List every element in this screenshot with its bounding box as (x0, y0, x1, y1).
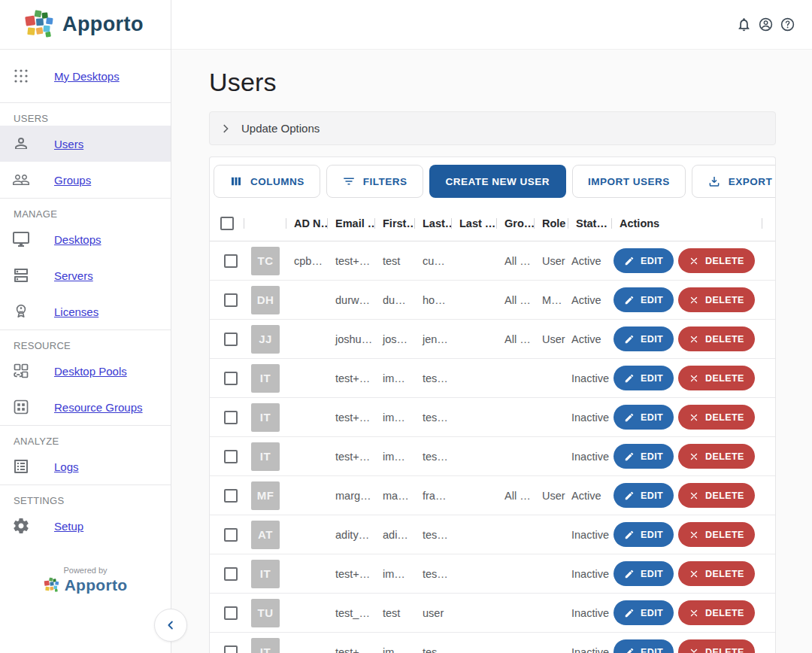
edit-button[interactable]: EDIT (614, 405, 674, 430)
grid-dots-icon (12, 67, 30, 85)
sidebar-group: My Desktops (0, 50, 171, 102)
cell-ad-name: cpb… (286, 255, 328, 267)
delete-button[interactable]: DELETE (678, 639, 755, 653)
row-checkbox[interactable] (224, 567, 238, 581)
column-header-gro[interactable]: Gro… (497, 205, 535, 241)
row-checkbox[interactable] (224, 645, 238, 653)
close-icon (689, 647, 699, 653)
sidebar-item-label: Users (54, 138, 83, 150)
user-avatar: TC (251, 247, 280, 275)
edit-button-label: EDIT (641, 491, 663, 501)
row-checkbox[interactable] (224, 450, 238, 463)
sidebar-collapse-button[interactable] (154, 609, 187, 642)
sidebar-item-users[interactable]: Users (0, 126, 171, 162)
import-users-button[interactable]: IMPORT USERS (572, 165, 686, 198)
delete-button[interactable]: DELETE (678, 287, 755, 312)
column-header-stat[interactable]: Stat… (568, 205, 612, 241)
export-button[interactable]: EXPORT (692, 165, 776, 198)
delete-button[interactable]: DELETE (678, 248, 755, 273)
column-header-actions[interactable]: Actions (612, 205, 762, 241)
filter-icon (342, 175, 356, 188)
sidebar-section-label-manage: MANAGE (0, 199, 171, 221)
app-root: Apporto My DesktopsUSERSUsersGroupsMANAG… (0, 0, 812, 653)
select-all-checkbox[interactable] (220, 217, 234, 230)
row-checkbox[interactable] (224, 411, 238, 424)
help-icon[interactable] (780, 17, 795, 32)
sidebar-item-desktop-pools[interactable]: Desktop Pools (0, 353, 171, 389)
sidebar-item-servers[interactable]: Servers (0, 257, 171, 293)
column-header-last-[interactable]: Last … (452, 205, 497, 241)
row-checkbox[interactable] (224, 528, 238, 542)
column-header-email-[interactable]: Email … (328, 205, 375, 241)
sidebar-item-label: Desktops (54, 233, 102, 246)
column-header-first[interactable]: First… (375, 205, 415, 241)
edit-button[interactable]: EDIT (614, 248, 674, 273)
account-circle-icon[interactable] (758, 17, 774, 32)
row-select-cell (210, 489, 244, 503)
row-checkbox[interactable] (224, 489, 238, 503)
user-avatar: TU (251, 599, 280, 627)
edit-button[interactable]: EDIT (614, 561, 674, 586)
cell-status: Inactive (568, 412, 612, 424)
edit-button[interactable]: EDIT (614, 366, 674, 390)
update-options-expander[interactable]: Update Options (209, 111, 776, 145)
cell-last-name: tes… (415, 646, 452, 653)
delete-button[interactable]: DELETE (678, 600, 755, 625)
apporto-logo[interactable]: Apporto (0, 0, 171, 50)
delete-button[interactable]: DELETE (678, 483, 755, 508)
edit-button[interactable]: EDIT (614, 600, 674, 625)
sidebar-group: USERSUsersGroups (0, 102, 171, 198)
close-icon (689, 412, 699, 423)
delete-button[interactable]: DELETE (678, 366, 755, 390)
sidebar-item-label: Groups (54, 174, 91, 187)
column-header-ad-n[interactable]: AD N… (286, 205, 328, 241)
server-icon (12, 266, 30, 284)
delete-button[interactable]: DELETE (678, 522, 755, 547)
powered-by-brand-name: Apporto (65, 576, 128, 594)
cell-email: marg… (328, 490, 375, 502)
sidebar-group: SETTINGSSetup (0, 484, 171, 544)
cell-last-name: tes… (415, 372, 452, 384)
cell-role: M… (535, 294, 568, 306)
table-toolbar: COLUMNS FILTERS CREATE NEW USER IMPORT U… (210, 157, 775, 205)
delete-button[interactable]: DELETE (678, 561, 755, 586)
row-checkbox[interactable] (224, 333, 238, 346)
edit-button[interactable]: EDIT (614, 444, 674, 469)
edit-button-label: EDIT (641, 412, 663, 423)
sidebar-item-my-desktops[interactable]: My Desktops (0, 58, 171, 94)
cell-first-name: im… (375, 451, 415, 463)
edit-button[interactable]: EDIT (614, 287, 674, 312)
row-checkbox[interactable] (224, 254, 238, 268)
sidebar-item-desktops[interactable]: Desktops (0, 221, 171, 257)
notifications-bell-icon[interactable] (736, 17, 752, 32)
sidebar-item-resource-groups[interactable]: Resource Groups (0, 389, 171, 425)
row-select-cell (210, 645, 244, 653)
create-new-user-button[interactable]: CREATE NEW USER (429, 165, 567, 198)
filters-button[interactable]: FILTERS (326, 165, 423, 198)
sidebar-item-setup[interactable]: Setup (0, 508, 171, 544)
cell-groups: All … (497, 490, 535, 502)
pencil-icon (624, 373, 635, 384)
delete-button[interactable]: DELETE (678, 405, 755, 430)
delete-button[interactable]: DELETE (678, 444, 755, 469)
edit-button[interactable]: EDIT (614, 522, 674, 547)
sidebar-item-groups[interactable]: Groups (0, 162, 171, 198)
sidebar-item-licenses[interactable]: Licenses (0, 293, 171, 330)
cell-first-name: im… (375, 412, 415, 424)
edit-button[interactable]: EDIT (614, 483, 674, 508)
column-header-last[interactable]: Last… (415, 205, 452, 241)
cell-last-name: jen… (415, 333, 452, 345)
table-body: TCcpb…test+…testcu…All …UserActiveEDITDE… (210, 241, 775, 653)
column-header-role[interactable]: Role (535, 205, 568, 241)
row-checkbox[interactable] (224, 372, 238, 385)
cell-groups: All … (497, 255, 535, 267)
delete-button[interactable]: DELETE (678, 326, 755, 351)
edit-button[interactable]: EDIT (614, 639, 674, 653)
edit-button[interactable]: EDIT (614, 326, 674, 351)
user-avatar: IT (251, 364, 280, 393)
sidebar-item-logs[interactable]: Logs (0, 448, 171, 484)
columns-button[interactable]: COLUMNS (214, 165, 320, 198)
user-row: ATadity…adi…tes…InactiveEDITDELETE (210, 515, 775, 554)
row-checkbox[interactable] (224, 293, 238, 307)
row-checkbox[interactable] (224, 606, 238, 620)
